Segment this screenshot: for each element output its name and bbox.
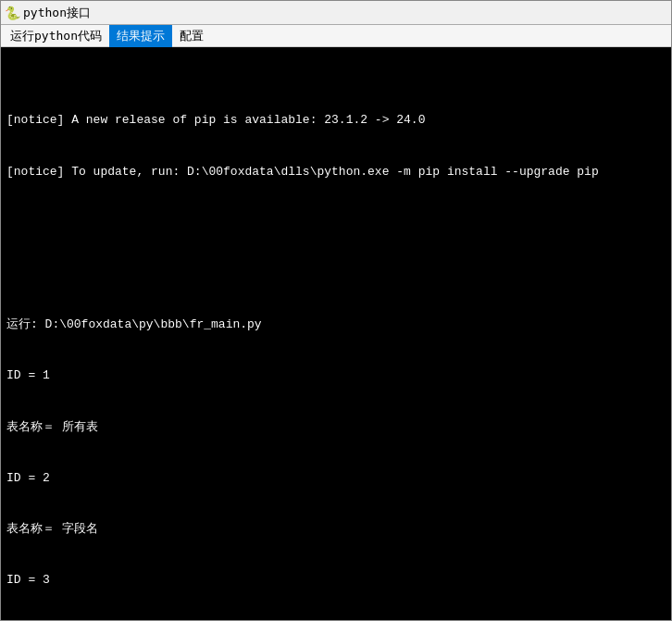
app-icon: 🐍 [5,6,19,20]
title-text: python接口 [23,5,91,21]
menu-config[interactable]: 配置 [172,25,211,47]
menu-run-python[interactable]: 运行python代码 [3,25,109,47]
id-line-3: ID = 3 [6,572,666,590]
notice-line-1: [notice] A new release of pip is availab… [6,112,666,130]
main-window: 🐍 python接口 运行python代码 结果提示 配置 [notice] A… [0,0,672,621]
id-line-2: ID = 2 [6,470,666,488]
running-line: 运行: D:\00foxdata\py\bbb\fr_main.py [6,317,666,334]
console-content: [notice] A new release of pip is availab… [6,79,666,620]
menu-result-hint[interactable]: 结果提示 [109,25,172,47]
table-line-1: 表名称＝ 所有表 [6,419,666,437]
menu-bar: 运行python代码 结果提示 配置 [1,25,671,47]
empty-1 [6,215,666,232]
table-line-2: 表名称＝ 字段名 [6,521,666,539]
title-bar: 🐍 python接口 [1,1,671,25]
id-line-1: ID = 1 [6,367,666,385]
empty-2 [6,266,666,283]
notice-line-2: [notice] To update, run: D:\00foxdata\dl… [6,164,666,181]
console-output: [notice] A new release of pip is availab… [1,47,671,620]
